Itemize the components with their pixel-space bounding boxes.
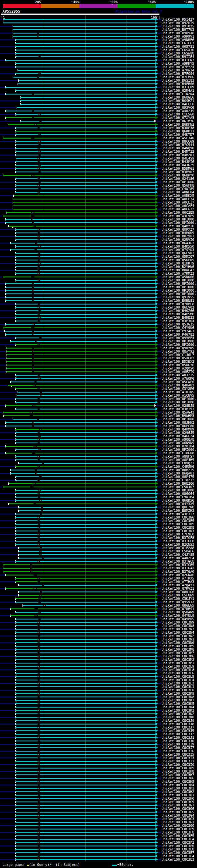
hit-label[interactable]: UniRef100_Q6RH11 xyxy=(162,130,194,133)
hit-segment[interactable] xyxy=(40,815,156,816)
hit-segment[interactable] xyxy=(34,277,156,277)
hit-label[interactable]: UniRef100_A2QAY1 xyxy=(162,584,194,587)
hit-segment[interactable] xyxy=(15,90,156,91)
hit-segment[interactable] xyxy=(15,703,38,704)
hit-label[interactable]: UniRef100_Q90YR9 xyxy=(162,346,194,350)
hit-segment[interactable] xyxy=(15,788,38,789)
hit-label[interactable]: UniRef100_B6SI83 xyxy=(162,79,194,82)
hit-segment[interactable] xyxy=(40,788,156,789)
hit-segment[interactable] xyxy=(5,222,32,223)
hit-label[interactable]: UniRef100_C6SW88 xyxy=(162,52,194,55)
hit-segment[interactable] xyxy=(6,358,32,359)
hit-segment[interactable] xyxy=(37,341,156,342)
hit-segment[interactable] xyxy=(19,80,156,81)
hit-label[interactable]: UniRef100_C8C3K0 xyxy=(162,716,194,719)
hit-label[interactable]: UniRef100_C8C3K7 xyxy=(162,699,194,702)
hit-segment[interactable] xyxy=(5,588,34,589)
hit-label[interactable]: UniRef100_C8C3G3 xyxy=(162,817,194,820)
hit-segment[interactable] xyxy=(15,239,38,240)
hit-label[interactable]: UniRef100_C4WT85 xyxy=(162,187,194,191)
hit-segment[interactable] xyxy=(40,764,156,765)
hit-segment[interactable] xyxy=(6,212,31,213)
hit-label[interactable]: UniRef100_C8C3H5 xyxy=(162,780,194,783)
hit-segment[interactable] xyxy=(41,595,156,596)
hit-segment[interactable] xyxy=(40,239,156,240)
hit-label[interactable]: UniRef100_B4JGZ9 xyxy=(162,163,194,167)
hit-label[interactable]: UniRef100_C8C3F2 xyxy=(162,841,194,844)
hit-label[interactable]: UniRef100_B3M193 xyxy=(162,407,194,411)
hit-segment[interactable] xyxy=(35,405,154,406)
hit-segment[interactable] xyxy=(15,253,38,254)
hit-label[interactable]: UniRef100_C8C3H6 xyxy=(162,777,194,780)
hit-label[interactable]: UniRef100_B3RP38 xyxy=(162,126,194,130)
hit-label[interactable]: UniRef100_B4JMI6 xyxy=(162,160,194,163)
hit-segment[interactable] xyxy=(15,646,38,647)
hit-segment[interactable] xyxy=(34,365,156,366)
hit-label[interactable]: UniRef100_Q8JHH3 xyxy=(162,421,194,424)
hit-segment[interactable] xyxy=(15,39,156,40)
hit-label[interactable]: UniRef100_C8C3N4 xyxy=(162,631,194,634)
hit-label[interactable]: UniRef100_UPI000.. xyxy=(162,289,197,292)
hit-label[interactable]: UniRef100_Q1HRT9 xyxy=(162,262,194,265)
hit-segment[interactable] xyxy=(15,432,38,433)
hit-segment[interactable] xyxy=(44,558,156,559)
hit-segment[interactable] xyxy=(40,690,156,691)
hit-label[interactable]: UniRef100_C8C3I9 xyxy=(162,743,194,746)
hit-segment[interactable] xyxy=(13,198,156,199)
hit-label[interactable]: UniRef100_P51427 xyxy=(162,18,194,21)
hit-segment[interactable] xyxy=(40,737,156,738)
hit-label[interactable]: UniRef100_A7PW34 xyxy=(162,69,194,72)
hit-segment[interactable] xyxy=(15,165,38,166)
hit-label[interactable]: UniRef100_C6SX30 xyxy=(162,48,194,52)
hit-label[interactable]: UniRef100_B4NQ98 xyxy=(162,147,194,150)
hit-segment[interactable] xyxy=(34,487,156,488)
hit-label[interactable]: UniRef100_A1CNV5 xyxy=(162,394,194,397)
hit-label[interactable]: UniRef100_Q56FH8 xyxy=(162,184,194,187)
hit-segment[interactable] xyxy=(6,361,32,362)
hit-segment[interactable] xyxy=(15,314,38,315)
hit-segment[interactable] xyxy=(15,845,38,846)
hit-label[interactable]: UniRef100_A9QQA8 xyxy=(162,438,194,441)
hit-segment[interactable] xyxy=(15,737,38,738)
hit-label[interactable]: UniRef100_B8MZH2 xyxy=(162,509,194,513)
hit-segment[interactable] xyxy=(15,859,38,860)
hit-label[interactable]: UniRef100_C8C3J7 xyxy=(162,726,194,729)
hit-segment[interactable] xyxy=(15,449,38,450)
hit-label[interactable]: UniRef100_A1D1R5 xyxy=(162,391,194,394)
hit-segment[interactable] xyxy=(44,585,156,586)
hit-label[interactable]: UniRef100_C8C3G9 xyxy=(162,800,194,804)
hit-segment[interactable] xyxy=(37,243,156,244)
hit-segment[interactable] xyxy=(41,449,156,450)
hit-segment[interactable] xyxy=(39,36,156,37)
hit-segment[interactable] xyxy=(40,537,156,538)
hit-segment[interactable] xyxy=(40,527,156,528)
hit-segment[interactable] xyxy=(15,524,38,525)
hit-label[interactable]: UniRef100_A5DQ66 xyxy=(162,275,194,279)
hit-segment[interactable] xyxy=(41,378,156,379)
hit-segment[interactable] xyxy=(41,56,156,57)
hit-segment[interactable] xyxy=(34,354,156,355)
hit-segment[interactable] xyxy=(40,757,156,758)
hit-label[interactable]: UniRef100_C8C3M9 xyxy=(162,645,194,648)
hit-segment[interactable] xyxy=(15,429,39,430)
hit-segment[interactable] xyxy=(40,497,156,498)
hit-segment[interactable] xyxy=(15,56,38,57)
hit-segment[interactable] xyxy=(34,422,156,423)
hit-label[interactable]: UniRef100_B4MT22 xyxy=(162,150,194,153)
hit-segment[interactable] xyxy=(5,422,32,423)
hit-label[interactable]: UniRef100_B9H9X8 xyxy=(162,31,194,35)
hit-segment[interactable] xyxy=(32,571,156,572)
hit-segment[interactable] xyxy=(15,500,39,501)
hit-label[interactable]: UniRef100_B4PSM8 xyxy=(162,313,194,316)
hit-label[interactable]: UniRef100_C8C3E7 xyxy=(162,851,194,855)
hit-segment[interactable] xyxy=(40,818,156,819)
hit-label[interactable]: UniRef100_B5DMG1 xyxy=(162,167,194,170)
hit-label[interactable]: UniRef100_C8C3E3 xyxy=(162,858,194,861)
hit-label[interactable]: UniRef100_C8C3N8 xyxy=(162,624,194,627)
hit-segment[interactable] xyxy=(15,727,38,728)
hit-label[interactable]: UniRef100_Q0PXZ7 xyxy=(162,228,194,231)
hit-label[interactable]: UniRef100_Q91V55 xyxy=(162,296,194,299)
hit-segment[interactable] xyxy=(40,456,156,457)
hit-segment[interactable] xyxy=(40,741,156,741)
hit-segment[interactable] xyxy=(10,341,35,342)
